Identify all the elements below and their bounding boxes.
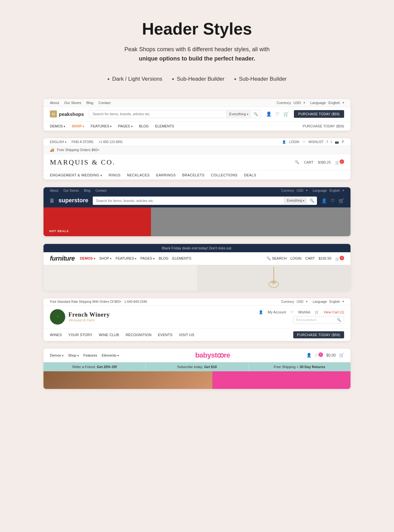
nav-wine-club[interactable]: WINE CLUB — [99, 333, 119, 337]
login-link[interactable]: LOGIN — [290, 256, 301, 260]
cart-icon[interactable]: 🛒2 — [335, 256, 344, 261]
chevron-down-icon: ▾ — [343, 300, 344, 303]
hamburger-icon[interactable]: ☰ — [50, 198, 54, 203]
nav-blog[interactable]: BLOG — [159, 256, 169, 260]
blog-link[interactable]: Blog — [84, 189, 91, 192]
demo5-search-box[interactable]: Find a product 🔍 — [293, 316, 344, 324]
nav-visit-us[interactable]: VISIT US — [179, 333, 194, 337]
nav-demos[interactable]: DEMOS ▾ — [50, 124, 65, 128]
nav-features[interactable]: FEATURES ▾ — [115, 256, 137, 260]
babystore-logo: babystꝏre — [195, 351, 230, 359]
my-account-link[interactable]: My Account — [268, 310, 286, 314]
purchase-button[interactable]: PURCHASE TODAY ($59) — [293, 331, 344, 338]
nav-recognition[interactable]: RECOGNITION — [126, 333, 152, 337]
nav-demos[interactable]: DEMOS ▾ — [80, 256, 95, 260]
nav-shop[interactable]: SHOP ▾ — [99, 256, 112, 260]
about-link[interactable]: About — [50, 189, 58, 192]
nav-shop[interactable]: Shop ▾ — [68, 353, 79, 357]
purchase-button[interactable]: PURCHASE TODAY ($59) — [294, 110, 344, 118]
search-category-dropdown[interactable]: Everything ▾ — [284, 197, 307, 204]
nav-purchase[interactable]: PURCHASE TODAY ($59) — [303, 124, 344, 128]
chevron-down-icon: ▾ — [110, 125, 112, 128]
wishlist-icon[interactable]: ♡ — [275, 111, 280, 117]
demo6-hero-banner — [43, 371, 351, 389]
view-cart-link[interactable]: View Cart (1) — [324, 310, 344, 314]
search-button[interactable]: 🔍 — [251, 110, 261, 118]
wishlist-icon[interactable]: ♡ — [331, 198, 335, 203]
search-icon[interactable]: 🔍 — [295, 160, 299, 164]
nav-engagement[interactable]: ENGAGEMENT & WEDDING ▾ — [50, 173, 102, 177]
find-store-link[interactable]: FIND A STORE — [72, 140, 94, 144]
nav-events[interactable]: EVENTS — [158, 333, 173, 337]
nav-rings[interactable]: RINGS — [109, 173, 121, 177]
demo1-top-right: Currency USD ▾ Language English ▾ — [277, 101, 344, 105]
cart-icon[interactable]: 🛒 — [339, 198, 344, 203]
sub-banner-item-1: Refer a Friend. Get 20% Off — [43, 362, 146, 371]
about-link[interactable]: About — [50, 101, 59, 105]
nav-features[interactable]: Features — [83, 353, 97, 357]
demo-superstore: About Our Stores Blog Contact Currency U… — [43, 187, 351, 236]
chevron-down-icon: ▾ — [117, 354, 119, 357]
feature-item-3: • Sub-Header Builder — [234, 76, 287, 83]
pinterest-icon[interactable]: P — [342, 140, 344, 144]
language-selector[interactable]: English — [329, 189, 340, 192]
currency-selector[interactable]: USD — [294, 101, 301, 105]
bullet-icon: • — [172, 76, 174, 83]
demo-peakshops: About Our Stores Blog Contact Currency U… — [43, 99, 351, 131]
nav-wines[interactable]: WINES — [50, 333, 62, 337]
demo2-shipping-bar: 🚚 Free Shipping Orders $60+ — [43, 146, 351, 154]
nav-features[interactable]: FEATURES ▾ — [91, 124, 112, 128]
user-icon[interactable]: 👤 — [306, 353, 311, 358]
nav-collections[interactable]: COLLECTIONS — [211, 173, 238, 177]
nav-bracelets[interactable]: BRACELETS — [182, 173, 205, 177]
our-stores-link[interactable]: Our Stores — [64, 101, 81, 105]
contact-link[interactable]: Contact — [98, 101, 111, 105]
our-stores-link[interactable]: Our Stores — [63, 189, 79, 192]
search-icon[interactable]: 🔍 — [337, 318, 341, 322]
nav-pages[interactable]: PAGES ▾ — [140, 256, 155, 260]
nav-elements[interactable]: Elements ▾ — [102, 353, 119, 357]
search-input[interactable] — [93, 197, 284, 205]
search-button[interactable]: 🔍 — [307, 197, 317, 205]
nav-blog[interactable]: BLOG — [139, 124, 149, 128]
wishlist-icon[interactable]: ♡0 — [315, 352, 323, 358]
nav-pages[interactable]: PAGES ▾ — [118, 124, 132, 128]
demo5-right-area: 👤 My Account ♡ Wishlist 🛒 View Cart (1) … — [259, 310, 344, 324]
currency-selector[interactable]: USD — [297, 300, 303, 303]
currency-selector[interactable]: USD — [297, 189, 303, 192]
demo1-nav-bar: DEMOS ▾ SHOP ▾ FEATURES ▾ PAGES ▾ BLOG E… — [43, 122, 351, 131]
instagram-icon[interactable]: 📷 — [335, 140, 339, 144]
demo5-top-bar: Free Standard Rate Shipping With Orders … — [43, 298, 351, 305]
cart-icon[interactable]: 🛒2 — [335, 159, 344, 165]
contact-link[interactable]: Contact — [96, 189, 106, 192]
nav-shop[interactable]: SHOP ▾ — [72, 124, 84, 128]
nav-demos[interactable]: Demos ▾ — [50, 353, 64, 357]
cart-icon[interactable]: 🛒 — [339, 353, 344, 358]
cart-icon[interactable]: 🛒 — [283, 111, 289, 117]
language-selector[interactable]: English — [328, 101, 340, 105]
demo2-nav-bar: ENGAGEMENT & WEDDING ▾ RINGS NECKLACES E… — [43, 171, 351, 180]
nav-elements[interactable]: ELEMENTS — [172, 256, 191, 260]
sub-banner-item-2: Subscribe today. Get $10 — [146, 362, 248, 371]
login-link[interactable]: LOGIN — [289, 140, 299, 144]
nav-elements[interactable]: ELEMENTS — [155, 124, 174, 128]
nav-your-story[interactable]: YOUR STORY — [68, 333, 92, 337]
search-icon[interactable]: 🔍 SEARCH — [266, 256, 287, 261]
nav-deals[interactable]: DEALS — [244, 173, 256, 177]
chevron-down-icon: ▾ — [153, 257, 155, 260]
search-category-dropdown[interactable]: Everything ▾ — [226, 110, 251, 117]
user-icon[interactable]: 👤 — [266, 111, 272, 117]
search-input[interactable] — [89, 110, 226, 117]
nav-necklaces[interactable]: NECKLACES — [127, 173, 150, 177]
language-selector[interactable]: English — [329, 300, 340, 303]
blog-link[interactable]: Blog — [86, 101, 93, 105]
demo1-top-nav: About Our Stores Blog Contact — [50, 101, 111, 105]
language-selector[interactable]: ENGLISH ▾ — [50, 140, 67, 144]
nav-earrings[interactable]: EARRINGS — [156, 173, 176, 177]
facebook-icon[interactable]: f — [327, 140, 328, 144]
wishlist-link[interactable]: Wishlist — [298, 310, 310, 314]
user-icon[interactable]: 👤 — [321, 198, 327, 203]
twitter-icon[interactable]: t — [331, 140, 332, 144]
wishlist-link[interactable]: WISHLIST — [309, 140, 324, 144]
logo-icon: U — [50, 110, 57, 117]
